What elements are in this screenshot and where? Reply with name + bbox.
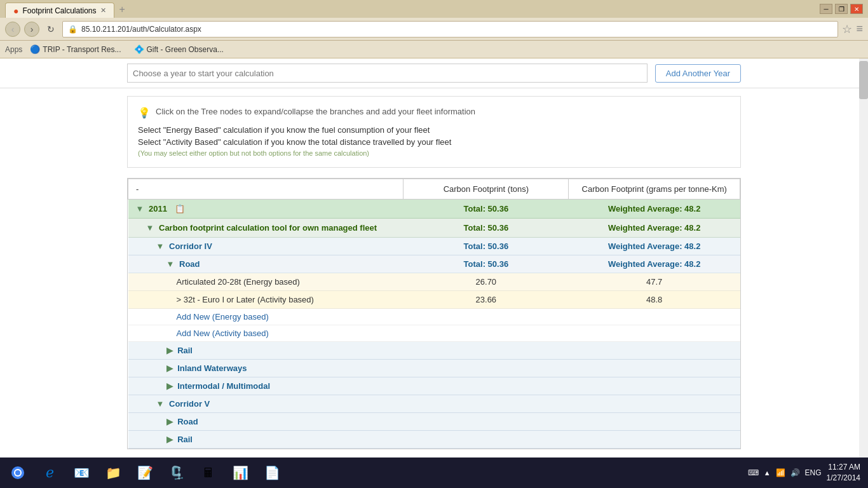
bookmark-gift[interactable]: 💠 Gift - Green Observa... — [129, 43, 229, 55]
info-line-2: Select "Activity Based" calculation if y… — [138, 137, 730, 147]
taskbar-outlook[interactable]: 📧 — [66, 459, 97, 487]
clock: 11:27 AM 1/27/2014 — [827, 462, 860, 484]
add-row[interactable]: Add New (Activity based) — [128, 325, 740, 342]
bookmark-gift-label: Gift - Green Observa... — [147, 45, 224, 54]
browser-titlebar: ● Footprint Calculations ✕ + ─ ❐ ✕ — [0, 0, 868, 18]
cf-value: 23.66 — [403, 291, 569, 309]
table-row[interactable]: > 32t - Euro I or Later (Activity based)… — [128, 291, 740, 309]
language-label: ENG — [805, 468, 822, 477]
expand-arrow[interactable]: ▶ — [166, 346, 173, 355]
restore-button[interactable]: ❐ — [835, 4, 848, 14]
clock-date: 1/27/2014 — [827, 473, 860, 484]
tab-area: ● Footprint Calculations ✕ + — [5, 0, 130, 18]
wavg-value: Weighted Average: 48.2 — [569, 255, 740, 273]
tray-icon-2: 🔊 — [790, 468, 800, 477]
scrollbar-thumb[interactable] — [859, 61, 868, 99]
collapse-arrow[interactable]: ▼ — [156, 399, 165, 409]
row-label: Carbon footprint calculation tool for ow… — [159, 223, 377, 233]
total-value: Total: 50.36 — [403, 238, 569, 255]
scrollbar[interactable] — [859, 58, 868, 458]
table-row[interactable]: ▼ Road Total: 50.36 Weighted Average: 48… — [128, 255, 740, 273]
keyboard-icon: ⌨ — [748, 468, 759, 477]
wavg-value: Weighted Average: 48.2 — [569, 200, 740, 219]
col-header-name: - — [128, 179, 403, 200]
page-content: Add Another Year 💡 Click on the Tree nod… — [0, 58, 868, 458]
calculator-icon: 🖩 — [202, 466, 215, 480]
expand-arrow[interactable]: ▶ — [166, 417, 173, 426]
cfg-value: 48.8 — [569, 291, 740, 309]
table-row[interactable]: ▶ Rail — [128, 431, 740, 449]
url-text: 85.10.211.201/auth/Calculator.aspx — [81, 25, 201, 34]
gift-favicon: 💠 — [134, 44, 144, 54]
trip-favicon: 🔵 — [30, 44, 40, 54]
table-row[interactable]: ▶ Intermodal / Multimodal — [128, 377, 740, 395]
taskbar-ie[interactable]: ℯ — [34, 459, 65, 487]
apps-label: Apps — [5, 45, 22, 54]
minimize-button[interactable]: ─ — [820, 4, 832, 14]
taskbar-notepad[interactable]: 📝 — [130, 459, 160, 487]
wavg-value: Weighted Average: 48.2 — [569, 238, 740, 255]
tab-close-button[interactable]: ✕ — [100, 6, 106, 15]
expand-arrow[interactable]: ▶ — [166, 381, 173, 391]
table-row[interactable]: ▼ 2011 📋 Total: 50.36 Weighted Average: … — [128, 200, 740, 219]
row-label: Road — [177, 417, 198, 426]
add-year-button[interactable]: Add Another Year — [655, 64, 741, 83]
top-bar: Add Another Year — [0, 58, 868, 88]
collapse-arrow[interactable]: ▼ — [146, 223, 154, 233]
collapse-arrow[interactable]: ▼ — [156, 241, 165, 251]
taskbar-calculator[interactable]: 🖩 — [193, 459, 224, 487]
bookmark-star[interactable]: ☆ — [842, 22, 852, 36]
table-row[interactable]: ▶ Road — [128, 413, 740, 431]
refresh-button[interactable]: ↻ — [43, 22, 58, 37]
cf-value: 26.70 — [403, 273, 569, 291]
svg-point-2 — [15, 470, 20, 475]
expand-arrow[interactable]: ▶ — [166, 435, 173, 444]
new-tab-button[interactable]: + — [114, 1, 130, 18]
table-row[interactable]: ▶ Rail — [128, 342, 740, 360]
row-label: Corridor IV — [169, 241, 212, 251]
row-label: Articulated 20-28t (Energy based) — [128, 273, 403, 291]
year-select[interactable] — [127, 64, 648, 83]
add-link[interactable]: Add New (Activity based) — [177, 329, 269, 338]
back-button[interactable]: ‹ — [5, 22, 20, 37]
row-label: Road — [179, 259, 200, 269]
row-label: Intermodal / Multimodal — [177, 381, 270, 391]
table-row[interactable]: ▼ Carbon footprint calculation tool for … — [128, 219, 740, 238]
expand-tray[interactable]: ▲ — [764, 469, 771, 477]
table-row[interactable]: ▼ Corridor IV Total: 50.36 Weighted Aver… — [128, 238, 740, 255]
bookmark-trip-label: TRIP - Transport Res... — [43, 45, 121, 54]
row-label: Rail — [177, 346, 193, 355]
powerpoint-icon: 📊 — [233, 465, 248, 480]
add-link[interactable]: Add New (Energy based) — [177, 312, 269, 322]
taskbar-word[interactable]: 📄 — [257, 459, 287, 487]
expand-arrow[interactable]: ▶ — [166, 363, 173, 373]
table-row[interactable]: ▶ Inland Waterways — [128, 360, 740, 377]
collapse-arrow[interactable]: ▼ — [166, 259, 175, 269]
taskbar-winrar[interactable]: 🗜️ — [161, 459, 192, 487]
collapse-arrow[interactable]: ▼ — [136, 204, 144, 214]
active-tab[interactable]: ● Footprint Calculations ✕ — [5, 3, 114, 18]
col-header-cfg: Carbon Footprint (grams per tonne-Km) — [569, 179, 740, 200]
browser-addressbar: ‹ › ↻ 🔒 85.10.211.201/auth/Calculator.as… — [0, 18, 868, 41]
info-tip-text: Click on the Tree nodes to expand/collap… — [156, 107, 475, 116]
forward-button[interactable]: › — [24, 22, 39, 37]
taskbar: ℯ 📧 📁 📝 🗜️ 🖩 📊 📄 ⌨ ▲ 📶 🔊 ENG 11:27 AM 1/… — [0, 458, 868, 488]
chrome-menu[interactable]: ≡ — [856, 22, 863, 36]
system-tray: ⌨ ▲ 📶 🔊 ENG 11:27 AM 1/27/2014 — [748, 462, 865, 484]
lightbulb-icon: 💡 — [138, 107, 151, 119]
bookmark-trip[interactable]: 🔵 TRIP - Transport Res... — [25, 43, 126, 55]
add-row[interactable]: Add New (Energy based) — [128, 309, 740, 325]
row-label: Inland Waterways — [177, 363, 247, 373]
explorer-icon: 📁 — [105, 465, 121, 480]
table-row[interactable]: Articulated 20-28t (Energy based) 26.70 … — [128, 273, 740, 291]
copy-icon[interactable]: 📋 — [175, 204, 185, 214]
row-label: > 32t - Euro I or Later (Activity based) — [128, 291, 403, 309]
taskbar-powerpoint[interactable]: 📊 — [225, 459, 255, 487]
taskbar-chrome[interactable] — [3, 459, 33, 487]
clock-time: 11:27 AM — [827, 462, 860, 473]
info-tip-row: 💡 Click on the Tree nodes to expand/coll… — [138, 107, 730, 119]
close-button[interactable]: ✕ — [850, 4, 863, 14]
table-row[interactable]: ▼ Corridor V — [128, 395, 740, 413]
address-bar[interactable]: 🔒 85.10.211.201/auth/Calculator.aspx — [62, 21, 838, 37]
taskbar-explorer[interactable]: 📁 — [98, 459, 128, 487]
